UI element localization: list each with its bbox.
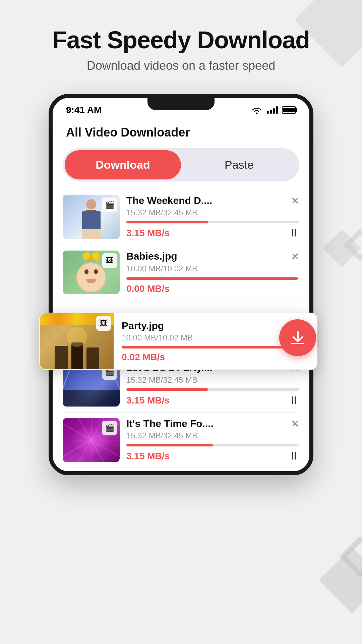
tab-bar: Download Paste bbox=[63, 148, 299, 181]
tab-paste-button[interactable]: Paste bbox=[181, 150, 297, 179]
signal-bars-icon bbox=[267, 106, 278, 114]
bg-chevron-right bbox=[332, 228, 362, 262]
progress-bar-background bbox=[126, 444, 299, 446]
phone-notch bbox=[147, 98, 215, 110]
svg-point-0 bbox=[256, 113, 258, 114]
item-bottom: 3.15 MB/s ⏸ bbox=[126, 450, 299, 462]
app-header: All Video Downloader bbox=[53, 119, 309, 145]
item-close-button[interactable]: ✕ bbox=[286, 195, 299, 207]
progress-bar-fill bbox=[126, 444, 213, 446]
item-info: Babies.jpg ✕ 10.00 MB/10.02 MB 0.00 MB/s bbox=[126, 251, 299, 294]
progress-bar-fill bbox=[126, 221, 208, 223]
status-time: 9:41 AM bbox=[66, 105, 102, 115]
bg-chevron-bottom bbox=[325, 537, 362, 577]
download-list: 🎬 The Weekend D.... ✕ 15.32 MB/32.45 MB … bbox=[53, 190, 309, 471]
item-name: It's The Time Fo.... bbox=[126, 418, 286, 429]
download-arrow-icon bbox=[289, 329, 307, 347]
floating-thumbnail: 🖼 bbox=[53, 313, 114, 369]
item-top: The Weekend D.... ✕ bbox=[126, 195, 299, 207]
item-bottom: 0.00 MB/s bbox=[126, 283, 299, 294]
thumb-video-icon: 🎬 bbox=[102, 421, 117, 435]
item-speed: 3.15 MB/s bbox=[126, 395, 170, 406]
pause-button[interactable]: ⏸ bbox=[289, 450, 299, 462]
item-speed: 0.00 MB/s bbox=[126, 283, 170, 294]
app-title: All Video Downloader bbox=[66, 125, 296, 140]
item-top: Babies.jpg ✕ bbox=[126, 251, 299, 262]
item-size: 15.32 MB/32.45 MB bbox=[126, 375, 299, 385]
item-thumbnail: 🖼 bbox=[63, 251, 120, 294]
phone-screen: 9:41 AM bbox=[53, 98, 309, 471]
download-item: 🎬 It's The Time Fo.... ✕ 15.32 MB/32.45 … bbox=[53, 413, 309, 468]
pause-button[interactable]: ⏸ bbox=[289, 394, 299, 407]
download-item: 🖼 Babies.jpg ✕ 10.00 MB/10.02 MB 0.00 MB… bbox=[53, 245, 309, 300]
page-title: Fast Speedy Download bbox=[0, 27, 362, 53]
progress-bar-background bbox=[126, 388, 299, 391]
progress-bar-fill bbox=[126, 388, 208, 391]
wifi-icon bbox=[251, 106, 263, 114]
floating-item-bottom: 0.02 MB/s bbox=[122, 352, 309, 363]
progress-bar-background bbox=[126, 277, 299, 280]
item-size: 10.00 MB/10.02 MB bbox=[126, 264, 299, 273]
status-icons bbox=[251, 106, 296, 114]
item-size: 15.32 MB/32.45 MB bbox=[126, 431, 299, 440]
floating-thumb-icon: 🖼 bbox=[96, 316, 111, 331]
tab-download-button[interactable]: Download bbox=[65, 150, 181, 179]
floating-item-speed: 0.02 MB/s bbox=[122, 352, 165, 363]
item-thumbnail: 🎬 bbox=[63, 195, 120, 239]
item-size: 15.32 MB/32.45 MB bbox=[126, 208, 299, 217]
item-speed: 3.15 MB/s bbox=[126, 451, 170, 462]
item-name: The Weekend D.... bbox=[126, 195, 286, 206]
page-subtitle: Download videos on a faster speed bbox=[0, 59, 362, 73]
item-thumbnail: 🎬 bbox=[63, 418, 120, 462]
thumb-image-icon: 🖼 bbox=[102, 253, 117, 268]
header-section: Fast Speedy Download Download videos on … bbox=[0, 0, 362, 93]
pause-button[interactable]: ⏸ bbox=[289, 227, 299, 239]
floating-progress-fill bbox=[122, 346, 308, 348]
thumb-video-icon: 🎬 bbox=[102, 198, 117, 212]
battery-icon bbox=[282, 106, 296, 114]
item-speed: 3.15 MB/s bbox=[126, 228, 170, 238]
item-info: The Weekend D.... ✕ 15.32 MB/32.45 MB 3.… bbox=[126, 195, 299, 239]
progress-bar-fill bbox=[126, 277, 298, 280]
item-info: It's The Time Fo.... ✕ 15.32 MB/32.45 MB… bbox=[126, 418, 299, 462]
download-item: 🎬 The Weekend D.... ✕ 15.32 MB/32.45 MB … bbox=[53, 190, 309, 245]
item-close-button[interactable]: ✕ bbox=[286, 251, 299, 262]
item-bottom: 3.15 MB/s ⏸ bbox=[126, 227, 299, 239]
progress-bar-background bbox=[126, 221, 299, 223]
item-close-button[interactable]: ✕ bbox=[286, 418, 299, 430]
phone-mockup: 9:41 AM bbox=[49, 94, 313, 475]
floating-download-card: 🖼 Party.jpg ✕ 10.00 MB/10.02 MB 0.02 MB/… bbox=[53, 313, 309, 370]
floating-item-name: Party.jpg bbox=[122, 320, 296, 331]
item-bottom: 3.15 MB/s ⏸ bbox=[126, 394, 299, 407]
item-top: It's The Time Fo.... ✕ bbox=[126, 418, 299, 430]
item-name: Babies.jpg bbox=[126, 251, 286, 262]
